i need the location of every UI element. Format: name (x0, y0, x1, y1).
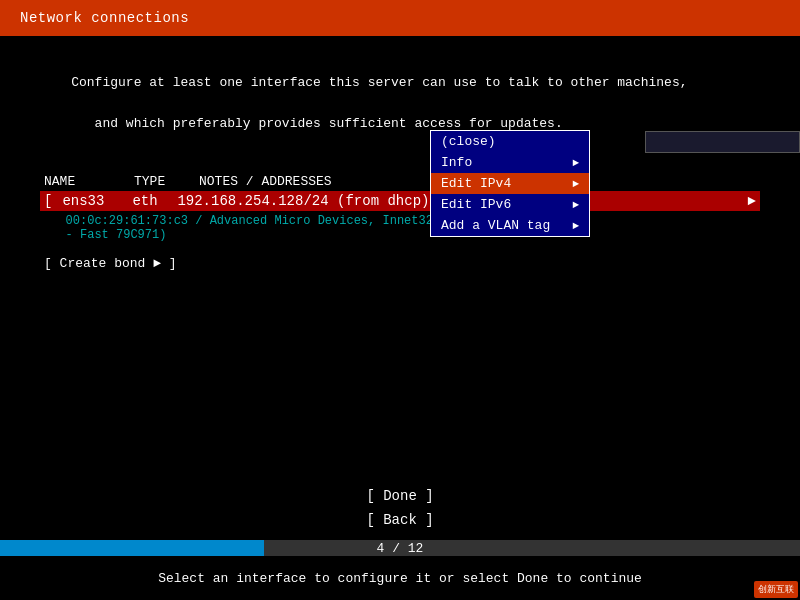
right-bar-decoration (645, 131, 800, 153)
progress-bar-fill (0, 540, 264, 556)
title-text: Network connections (20, 10, 189, 26)
interface-row[interactable]: [ ens33 eth 192.168.254.128/24 (from dhc… (40, 191, 760, 211)
back-button[interactable]: [ Back ] (346, 510, 453, 530)
progress-label: 4 / 12 (377, 541, 424, 556)
done-button[interactable]: [ Done ] (346, 486, 453, 506)
iface-details: 00:0c:29:61:73:c3 / Advanced Micro Devic… (40, 213, 760, 244)
title-bar: Network connections (0, 0, 800, 36)
description-line1: Configure at least one interface this se… (71, 75, 687, 90)
menu-item-add-vlan[interactable]: Add a VLAN tag► (431, 215, 589, 236)
menu-item-close[interactable]: (close) (431, 131, 589, 152)
progress-bar-container: 4 / 12 (0, 540, 800, 556)
menu-item-edit-ipv4[interactable]: Edit IPv4► (431, 173, 589, 194)
col-name-header: NAME (44, 174, 114, 189)
iface-name: ens33 (62, 193, 122, 209)
table-header: NAME TYPE NOTES / ADDRESSES (40, 172, 760, 191)
status-text: Select an interface to configure it or s… (158, 571, 642, 586)
col-type-header: TYPE (134, 174, 179, 189)
menu-item-info[interactable]: Info► (431, 152, 589, 173)
main-content: Configure at least one interface this se… (0, 36, 800, 291)
buttons-area: [ Done ] [ Back ] (0, 486, 800, 530)
create-bond[interactable]: [ Create bond ► ] (40, 252, 760, 275)
iface-type: eth (132, 193, 167, 209)
watermark: 创新互联 (754, 581, 798, 598)
menu-item-edit-ipv6[interactable]: Edit IPv6► (431, 194, 589, 215)
context-menu: (close)Info►Edit IPv4►Edit IPv6►Add a VL… (430, 130, 590, 237)
status-bar: Select an interface to configure it or s… (0, 556, 800, 600)
